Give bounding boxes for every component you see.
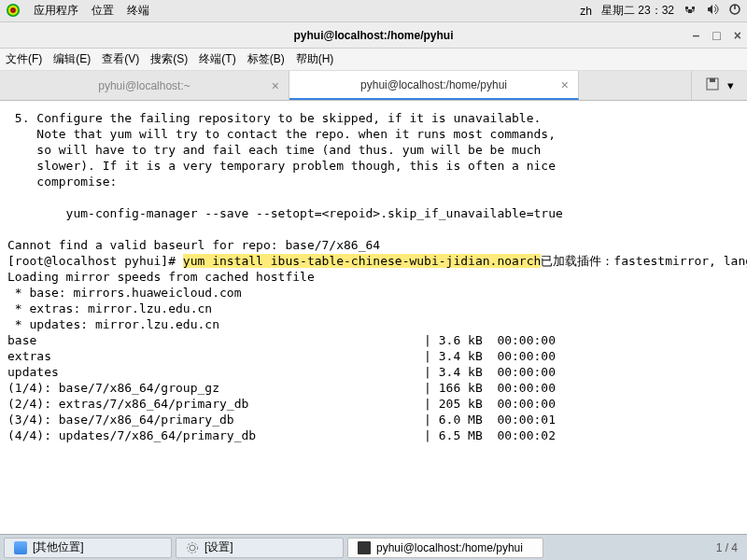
- network-icon[interactable]: [684, 3, 697, 19]
- input-method-indicator[interactable]: zh: [580, 5, 592, 18]
- terminal-line: base | 3.6 kB 00:00:00: [7, 333, 556, 347]
- task-settings[interactable]: [设置]: [176, 538, 344, 558]
- window-title: pyhui@localhost:/home/pyhui: [293, 29, 453, 42]
- menu-help[interactable]: 帮助(H): [296, 51, 334, 67]
- tab-1[interactable]: pyhui@localhost:~ ×: [0, 71, 289, 100]
- terminal-line: 5. Configure the failing repository to b…: [7, 111, 541, 125]
- volume-icon[interactable]: [706, 3, 719, 19]
- maximize-button[interactable]: □: [712, 28, 720, 43]
- terminal-line: extras | 3.4 kB 00:00:00: [7, 349, 556, 363]
- power-icon[interactable]: [728, 3, 741, 19]
- terminal-line: slower). If it is a very temporary probl…: [7, 159, 556, 173]
- window-titlebar[interactable]: pyhui@localhost:/home/pyhui – □ ×: [0, 22, 747, 49]
- svg-rect-3: [710, 78, 715, 82]
- task-files-label: [其他位置]: [33, 539, 84, 555]
- terminal-line: so will have to try and fail each time (…: [7, 143, 541, 157]
- task-files[interactable]: [其他位置]: [4, 538, 172, 558]
- tab-1-label: pyhui@localhost:~: [98, 79, 190, 92]
- terminal-line: compromise:: [7, 175, 117, 189]
- terminal-icon: [358, 541, 371, 554]
- menu-file[interactable]: 文件(F): [6, 51, 42, 67]
- desktop-taskbar: [其他位置] [设置] pyhui@localhost:/home/pyhui …: [0, 534, 747, 560]
- file-manager-icon: [14, 541, 27, 554]
- settings-icon: [186, 541, 199, 554]
- terminal-line: (4/4): updates/7/x86_64/primary_db | 6.5…: [7, 428, 556, 442]
- terminal-viewport[interactable]: 5. Configure the failing repository to b…: [0, 101, 747, 491]
- terminal-line: Loading mirror speeds from cached hostfi…: [7, 270, 315, 284]
- menubar: 文件(F) 编辑(E) 查看(V) 搜索(S) 终端(T) 标签(B) 帮助(H…: [0, 49, 747, 71]
- activities-icon[interactable]: [6, 3, 21, 18]
- menu-terminal[interactable]: 终端(T): [199, 51, 235, 67]
- minimize-button[interactable]: –: [693, 28, 700, 43]
- terminal-line: (1/4): base/7/x86_64/group_gz | 166 kB 0…: [7, 381, 556, 395]
- tab-2-close-icon[interactable]: ×: [561, 77, 569, 92]
- menu-edit[interactable]: 编辑(E): [53, 51, 91, 67]
- close-button[interactable]: ×: [734, 28, 741, 43]
- tab-actions: ▾: [691, 71, 747, 100]
- tab-menu-icon[interactable]: ▾: [727, 78, 734, 92]
- task-terminal-label: pyhui@localhost:/home/pyhui: [376, 541, 523, 554]
- workspace-pager[interactable]: 1 / 4: [716, 541, 743, 554]
- terminal-tabstrip: pyhui@localhost:~ × pyhui@localhost:/hom…: [0, 71, 747, 101]
- terminal-line: * extras: mirror.lzu.edu.cn: [7, 301, 212, 315]
- terminal-line: 已加载插件：fastestmirror, langpacks: [541, 254, 747, 268]
- terminal-line: updates | 3.4 kB 00:00:00: [7, 365, 556, 379]
- task-terminal[interactable]: pyhui@localhost:/home/pyhui: [347, 538, 543, 558]
- terminal-line: Cannot find a valid baseurl for repo: ba…: [7, 238, 380, 252]
- tab-2[interactable]: pyhui@localhost:/home/pyhui ×: [289, 71, 579, 100]
- clock[interactable]: 星期二 23：32: [601, 3, 674, 19]
- menu-view[interactable]: 查看(V): [102, 51, 139, 67]
- save-session-icon[interactable]: [705, 77, 720, 94]
- panel-terminal[interactable]: 终端: [127, 3, 149, 19]
- panel-applications[interactable]: 应用程序: [34, 3, 78, 19]
- terminal-prompt: [root@localhost pyhui]#: [7, 254, 183, 268]
- menu-tabs[interactable]: 标签(B): [247, 51, 285, 67]
- terminal-line: * updates: mirror.lzu.edu.cn: [7, 317, 219, 331]
- terminal-line: Note that yum will try to contact the re…: [7, 127, 556, 141]
- svg-point-4: [190, 545, 195, 551]
- desktop-panel: 应用程序 位置 终端 zh 星期二 23：32: [0, 0, 747, 22]
- terminal-command-highlight: yum install ibus-table-chinese-wubi-jidi…: [183, 254, 542, 268]
- task-settings-label: [设置]: [204, 539, 233, 555]
- terminal-line: * base: mirrors.huaweicloud.com: [7, 286, 241, 300]
- svg-point-5: [188, 542, 198, 553]
- tab-1-close-icon[interactable]: ×: [272, 78, 279, 93]
- terminal-line: (2/4): extras/7/x86_64/primary_db | 205 …: [7, 397, 556, 411]
- terminal-line: (3/4): base/7/x86_64/primary_db | 6.0 MB…: [7, 413, 556, 427]
- panel-places[interactable]: 位置: [92, 3, 114, 19]
- tab-2-label: pyhui@localhost:/home/pyhui: [360, 78, 507, 91]
- terminal-line: yum-config-manager --save --setopt=<repo…: [7, 206, 563, 220]
- menu-search[interactable]: 搜索(S): [150, 51, 188, 67]
